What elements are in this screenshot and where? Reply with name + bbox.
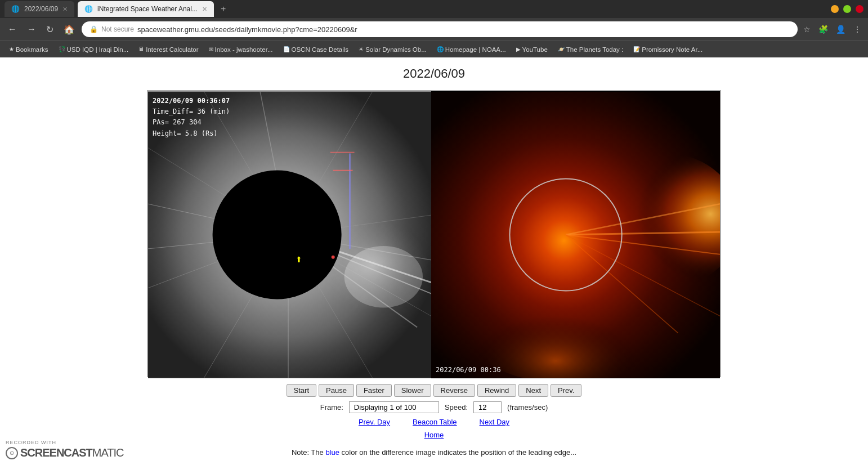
bookmark-solar-dynamics[interactable]: ☀ Solar Dynamics Ob... (354, 45, 431, 54)
usd-icon: 💱 (59, 46, 65, 52)
svg-line-9 (288, 215, 431, 235)
bookmark-label: Interest Calculator (146, 46, 198, 53)
pause-button[interactable]: Pause (319, 384, 354, 397)
bookmark-label: Promissory Note Ar... (642, 46, 703, 53)
left-panel-overlay-text: 2022/06/09 00:36:07 Time_Diff= 36 (min) … (153, 96, 230, 139)
screencast-circle-icon: ⊙ (6, 447, 18, 459)
home-link[interactable]: Home (424, 431, 444, 439)
forward-button[interactable]: → (24, 23, 39, 35)
svg-line-11 (260, 92, 288, 235)
bookmark-planets-today[interactable]: 🪐 The Planets Today : (553, 45, 628, 54)
tab-2-label: iNtegrated Space Weather Anal... (97, 5, 198, 13)
svg-line-8 (288, 235, 431, 260)
planet-icon: 🪐 (558, 46, 565, 52)
note-text: Note: The blue color on the difference i… (292, 448, 576, 457)
tab-2-close[interactable]: ✕ (202, 6, 207, 13)
svg-line-29 (566, 235, 720, 254)
left-pas: PAs= 267 304 (153, 117, 230, 128)
title-bar: 🌐 2022/06/09 ✕ 🌐 iNtegrated Space Weathe… (0, 0, 868, 18)
bookmark-label: Bookmarks (16, 46, 48, 53)
home-nav-button[interactable]: 🏠 (60, 23, 78, 36)
start-button[interactable]: Start (287, 384, 316, 397)
slower-button[interactable]: Slower (394, 384, 431, 397)
bookmark-label: Homepage | NOAA... (445, 46, 506, 53)
reverse-button[interactable]: Reverse (433, 384, 475, 397)
svg-line-31 (566, 235, 720, 316)
prev-day-link[interactable]: Prev. Day (359, 418, 390, 426)
faster-button[interactable]: Faster (356, 384, 392, 397)
screencast-watermark: RECORDED WITH ⊙ SCREENCASTMATIC (6, 440, 124, 459)
page-title: 2022/06/09 (403, 66, 465, 81)
address-input-box[interactable]: 🔒 Not secure spaceweather.gmu.edu/seeds/… (82, 21, 798, 37)
bookmark-promissory[interactable]: 📝 Promissory Note Ar... (629, 45, 707, 54)
menu-button[interactable]: ⋮ (851, 24, 863, 35)
new-tab-button[interactable]: + (217, 3, 229, 15)
left-coronagraph-panel[interactable]: 2022/06/09 00:36:07 Time_Diff= 36 (min) … (148, 91, 431, 378)
svg-line-28 (566, 232, 720, 235)
lock-icon: 🔒 (90, 25, 98, 33)
browser-frame: 🌐 2022/06/09 ✕ 🌐 iNtegrated Space Weathe… (0, 0, 868, 465)
bookmark-inbox[interactable]: ✉ Inbox - jwashooter... (204, 45, 278, 54)
frame-value-input[interactable] (349, 401, 439, 413)
home-link-row: Home (424, 431, 444, 439)
bookmark-label: Inbox - jwashooter... (215, 46, 273, 53)
tab-bar: 🌐 2022/06/09 ✕ 🌐 iNtegrated Space Weathe… (5, 1, 229, 17)
recorded-with-text: RECORDED WITH (6, 440, 124, 445)
bookmarks-bar: ★ Bookmarks 💱 USD IQD | Iraqi Din... 🖩 I… (0, 41, 868, 57)
extensions-button[interactable]: 🧩 (816, 24, 830, 35)
reload-button[interactable]: ↻ (43, 23, 57, 36)
bookmark-usd-iqd[interactable]: 💱 USD IQD | Iraqi Din... (54, 45, 133, 54)
back-button[interactable]: ← (5, 23, 20, 35)
bookmark-label: The Planets Today : (566, 46, 623, 53)
svg-line-27 (566, 204, 720, 235)
tab-1[interactable]: 🌐 2022/06/09 ✕ (5, 1, 74, 17)
navigation-links: Prev. Day Beacon Table Next Day (359, 418, 509, 426)
bookmark-oscn[interactable]: 📄 OSCN Case Details (279, 45, 354, 54)
rewind-button[interactable]: Rewind (477, 384, 516, 397)
tab-2-favicon: 🌐 (84, 5, 93, 13)
svg-line-13 (148, 148, 288, 235)
note-icon: 📝 (633, 46, 640, 52)
bookmark-label: Solar Dynamics Ob... (365, 46, 427, 53)
tab-1-label: 2022/06/09 (24, 5, 58, 13)
frame-info-row: Frame: Speed: (frames/sec) (320, 401, 548, 413)
profile-button[interactable]: 👤 (834, 24, 848, 35)
bookmark-star-button[interactable]: ☆ (801, 24, 813, 35)
url-text: spaceweather.gmu.edu/seeds/dailymkmovie.… (137, 25, 357, 34)
speed-value-input[interactable] (473, 401, 502, 413)
globe-icon: 🌐 (437, 46, 444, 52)
minimize-button[interactable] (831, 5, 839, 13)
calc-icon: 🖩 (138, 46, 144, 52)
bookmark-label: OSCN Case Details (292, 46, 349, 53)
maximize-button[interactable] (843, 5, 851, 13)
bookmark-icon: ★ (9, 46, 14, 52)
bookmark-youtube[interactable]: ▶ YouTube (512, 45, 552, 54)
beacon-table-link[interactable]: Beacon Table (413, 418, 457, 426)
next-button[interactable]: Next (518, 384, 548, 397)
svg-rect-24 (431, 92, 720, 378)
tab-2[interactable]: 🌐 iNtegrated Space Weather Anal... ✕ (78, 1, 214, 17)
svg-line-3 (148, 235, 288, 288)
bookmark-bookmarks[interactable]: ★ Bookmarks (5, 45, 53, 54)
next-day-link[interactable]: Next Day (480, 418, 509, 426)
svg-line-17 (288, 235, 431, 294)
screencast-logo-row: ⊙ SCREENCASTMATIC (6, 446, 124, 459)
svg-line-7 (288, 235, 431, 316)
bookmark-noaa[interactable]: 🌐 Homepage | NOAA... (432, 45, 511, 54)
speed-label: Speed: (445, 403, 468, 412)
video-container: 2022/06/09 00:36:07 Time_Diff= 36 (min) … (147, 90, 721, 377)
tab-1-close[interactable]: ✕ (62, 6, 68, 13)
prev-button[interactable]: Prev. (551, 384, 581, 397)
address-bar-row: ← → ↻ 🏠 🔒 Not secure spaceweather.gmu.ed… (0, 18, 868, 41)
close-button[interactable] (856, 5, 863, 13)
svg-line-2 (148, 235, 288, 249)
svg-point-14 (316, 221, 428, 310)
doc-icon: 📄 (283, 46, 290, 52)
bookmark-interest-calc[interactable]: 🖩 Interest Calculator (134, 45, 203, 54)
bookmark-label: USD IQD | Iraqi Din... (67, 46, 129, 53)
matic-text: MATIC (92, 446, 124, 459)
cursor-indicator: ⬆ (296, 255, 302, 264)
screencast-brand: SCREENCASTMATIC (20, 446, 124, 459)
controls-section: Start Pause Faster Slower Reverse Rewind… (287, 384, 582, 457)
right-coronagraph-panel[interactable]: 2022/06/09 00:36 (431, 91, 720, 378)
